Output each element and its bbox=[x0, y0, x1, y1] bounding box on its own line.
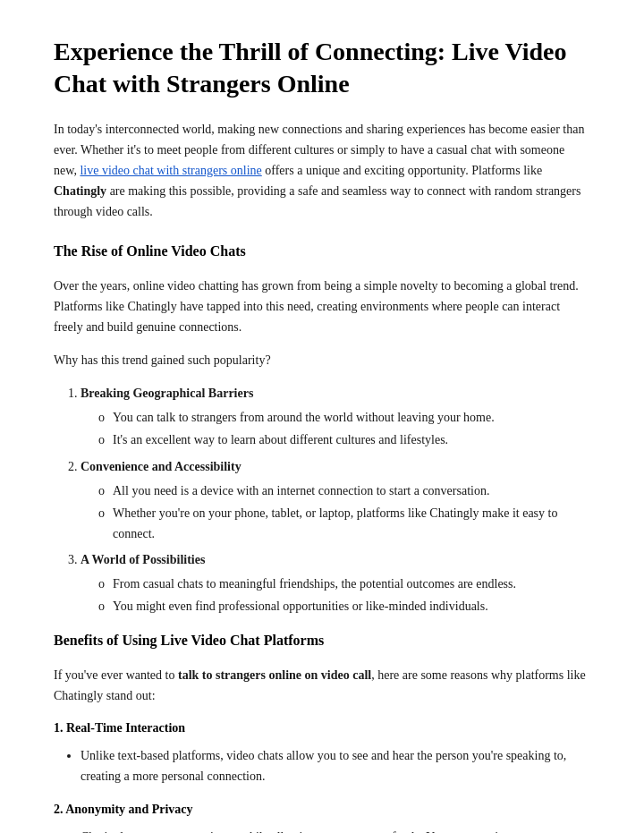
sub-list-3-item-1: From casual chats to meaningful friendsh… bbox=[98, 574, 590, 594]
subsection-2-heading: 2. Anonymity and Privacy bbox=[54, 800, 590, 820]
section1-paragraph1: Over the years, online video chatting ha… bbox=[54, 276, 590, 337]
subsection-1: 1. Real-Time Interaction Unlike text-bas… bbox=[54, 718, 590, 787]
section1-heading: The Rise of Online Video Chats bbox=[54, 240, 590, 263]
list-item-2-label: Convenience and Accessibility bbox=[80, 460, 242, 473]
page-container: Experience the Thrill of Connecting: Liv… bbox=[0, 0, 644, 833]
subsection-2-bullet-1: Chatingly ensures your privacy while all… bbox=[80, 827, 590, 833]
section2-intro: If you've ever wanted to talk to strange… bbox=[54, 665, 590, 706]
section2-intro-bold: talk to strangers online on video call bbox=[178, 668, 371, 682]
sub-list-3: From casual chats to meaningful friendsh… bbox=[98, 574, 590, 616]
subsection-1-heading: 1. Real-Time Interaction bbox=[54, 718, 590, 738]
sub-list-2-item-2: Whether you're on your phone, tablet, or… bbox=[98, 503, 590, 544]
sub-list-1-item-2: It's an excellent way to learn about dif… bbox=[98, 429, 590, 450]
list-item-2: Convenience and Accessibility All you ne… bbox=[80, 456, 590, 544]
intro-text-end: are making this possible, providing a sa… bbox=[54, 184, 580, 218]
list-item-1: Breaking Geographical Barriers You can t… bbox=[80, 383, 590, 450]
sub-list-2-item-1: All you need is a device with an interne… bbox=[98, 480, 590, 501]
subsection-2: 2. Anonymity and Privacy Chatingly ensur… bbox=[54, 800, 590, 833]
subsection-2-bullets: Chatingly ensures your privacy while all… bbox=[80, 827, 590, 833]
list-item-3: A World of Possibilities From casual cha… bbox=[80, 549, 590, 616]
list-item-3-label: A World of Possibilities bbox=[80, 553, 205, 566]
intro-text-after-link: offers a unique and exciting opportunity… bbox=[262, 164, 542, 177]
list-item-1-label: Breaking Geographical Barriers bbox=[80, 387, 253, 400]
sub-list-3-item-2: You might even find professional opportu… bbox=[98, 596, 590, 616]
intro-paragraph: In today's interconnected world, making … bbox=[54, 119, 590, 222]
section2-heading: Benefits of Using Live Video Chat Platfo… bbox=[54, 629, 590, 652]
section1-list: Breaking Geographical Barriers You can t… bbox=[80, 383, 590, 616]
subsection-1-bullet-1: Unlike text-based platforms, video chats… bbox=[80, 745, 590, 786]
sub-list-1: You can talk to strangers from around th… bbox=[98, 407, 590, 450]
brand-name-intro: Chatingly bbox=[54, 184, 106, 198]
sub-list-2: All you need is a device with an interne… bbox=[98, 480, 590, 544]
section1-paragraph2: Why has this trend gained such popularit… bbox=[54, 350, 590, 370]
inline-link-live-video[interactable]: live video chat with strangers online bbox=[80, 164, 261, 177]
main-title: Experience the Thrill of Connecting: Liv… bbox=[54, 36, 590, 101]
subsection-1-bullets: Unlike text-based platforms, video chats… bbox=[80, 745, 590, 786]
sub-list-1-item-1: You can talk to strangers from around th… bbox=[98, 407, 590, 428]
section2-intro-before-bold: If you've ever wanted to bbox=[54, 668, 178, 682]
